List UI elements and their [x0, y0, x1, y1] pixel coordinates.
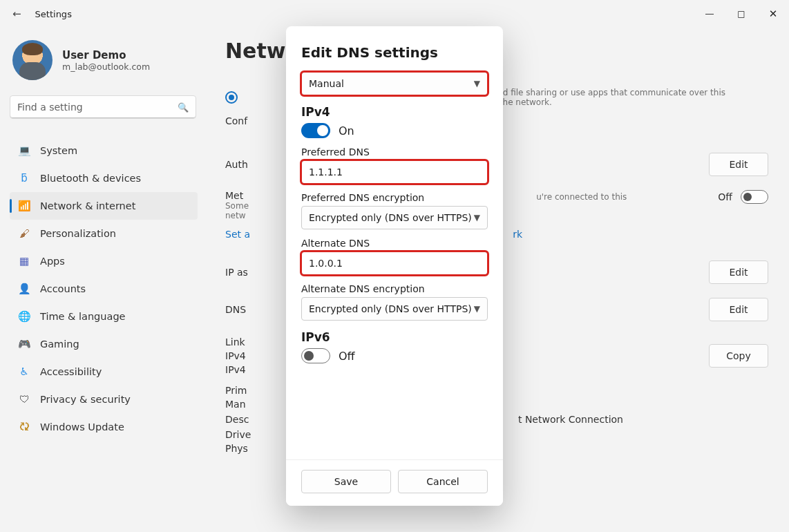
user-name: User Demo — [62, 49, 150, 61]
ip-label: IP as — [225, 267, 248, 278]
dialog-title: Edit DNS settings — [301, 44, 488, 61]
user-block[interactable]: User Demo m_lab@outlook.com — [12, 40, 195, 80]
ipv4-heading: IPv4 — [301, 105, 488, 119]
chevron-down-icon: ▼ — [474, 304, 480, 314]
sidebar-item-label: Apps — [40, 256, 65, 267]
alternate-dns-value: 1.0.0.1 — [309, 258, 343, 269]
ipv6-heading: IPv6 — [301, 330, 488, 344]
sidebar-item-network[interactable]: 📶Network & internet — [10, 192, 198, 220]
search-placeholder: Find a setting — [17, 102, 83, 113]
chevron-down-icon: ▼ — [474, 79, 480, 88]
description-value: t Network Connection — [518, 412, 623, 426]
dialog-footer: Save Cancel — [286, 459, 503, 506]
link-speed-label: Link — [225, 335, 246, 349]
profile-hint2: s on the network. — [479, 97, 768, 107]
edit-button-dns[interactable]: Edit — [709, 298, 768, 321]
paintbrush-icon: 🖌 — [18, 227, 30, 240]
edit-button-auth[interactable]: Edit — [709, 153, 768, 176]
sync-icon: 🗘 — [18, 421, 30, 433]
search-icon: 🔍 — [178, 102, 189, 113]
ipv4-label-b: IPv4 — [225, 363, 246, 377]
sidebar-item-bluetooth[interactable]: ƃBluetooth & devices — [10, 164, 198, 192]
close-button[interactable]: ✕ — [757, 2, 789, 26]
metered-label: Met — [225, 190, 249, 201]
dns-mode-select[interactable]: Manual ▼ — [301, 72, 488, 95]
preferred-enc-select[interactable]: Encrypted only (DNS over HTTPS) ▼ — [301, 206, 488, 229]
alternate-enc-label: Alternate DNS encryption — [301, 283, 488, 294]
ipv4-label-a: IPv4 — [225, 349, 246, 363]
preferred-enc-value: Encrypted only (DNS over HTTPS) — [309, 212, 472, 223]
accessibility-icon: ♿ — [18, 365, 30, 378]
off-label: Off — [718, 191, 732, 202]
copy-button[interactable]: Copy — [709, 344, 768, 368]
person-icon: 👤 — [18, 283, 30, 295]
metered-sub2: netw — [225, 211, 249, 220]
alternate-enc-select[interactable]: Encrypted only (DNS over HTTPS) ▼ — [301, 297, 488, 321]
auth-label: Auth — [225, 159, 248, 170]
chevron-down-icon: ▼ — [474, 213, 480, 222]
sidebar-item-accounts[interactable]: 👤Accounts — [10, 275, 198, 303]
metered-connected-hint: u're connected to this — [536, 192, 627, 202]
set-limit-link-right[interactable]: rk — [513, 229, 522, 240]
sidebar-item-label: Gaming — [40, 339, 79, 350]
wifi-icon: 📶 — [18, 200, 30, 212]
display-icon: 💻 — [18, 144, 30, 157]
titlebar: ← Settings ― □ ✕ — [0, 0, 789, 28]
edit-button-ip[interactable]: Edit — [709, 260, 768, 284]
window-title: Settings — [35, 9, 72, 19]
sidebar-item-label: Windows Update — [40, 421, 124, 433]
sidebar-item-label: Accessibility — [40, 366, 102, 377]
sidebar-item-privacy[interactable]: 🛡Privacy & security — [10, 386, 198, 413]
save-button[interactable]: Save — [301, 470, 391, 493]
alternate-dns-input[interactable]: 1.0.0.1 — [301, 251, 488, 275]
preferred-dns-value: 1.1.1.1 — [309, 167, 343, 178]
ipv4-toggle[interactable] — [301, 123, 330, 138]
cancel-button[interactable]: Cancel — [398, 470, 488, 493]
sidebar-item-label: Bluetooth & devices — [40, 173, 141, 184]
preferred-dns-label: Preferred DNS — [301, 146, 488, 158]
sidebar-item-label: Accounts — [40, 283, 86, 294]
sidebar-item-label: System — [40, 145, 77, 156]
preferred-dns-input[interactable]: 1.1.1.1 — [301, 160, 488, 184]
nav-list: 💻System ƃBluetooth & devices 📶Network & … — [10, 137, 198, 441]
globe-icon: 🌐 — [18, 310, 30, 323]
dns-label: DNS — [225, 304, 246, 315]
bluetooth-icon: ƃ — [18, 172, 30, 184]
sidebar-item-system[interactable]: 💻System — [10, 137, 198, 164]
metered-toggle[interactable] — [741, 190, 768, 204]
window-controls: ― □ ✕ — [694, 2, 789, 26]
dns-mode-value: Manual — [309, 78, 344, 89]
radio-icon[interactable] — [225, 91, 238, 104]
search-input[interactable]: Find a setting 🔍 — [10, 95, 196, 119]
maximize-button[interactable]: □ — [725, 2, 757, 26]
ipv6-toggle-label: Off — [339, 350, 355, 363]
sidebar-item-time[interactable]: 🌐Time & language — [10, 303, 198, 330]
alternate-enc-value: Encrypted only (DNS over HTTPS) — [309, 303, 472, 314]
minimize-button[interactable]: ― — [694, 2, 725, 26]
user-email: m_lab@outlook.com — [62, 61, 150, 72]
ipv6-toggle[interactable] — [301, 348, 330, 363]
description-label: Desc — [225, 412, 249, 426]
set-limit-link-left[interactable]: Set a — [225, 229, 250, 240]
sidebar-item-label: Time & language — [40, 311, 126, 322]
sidebar-item-accessibility[interactable]: ♿Accessibility — [10, 358, 198, 386]
sidebar-item-label: Network & internet — [40, 200, 135, 211]
back-icon[interactable]: ← — [8, 6, 26, 21]
avatar — [12, 40, 53, 80]
alternate-dns-label: Alternate DNS — [301, 238, 488, 249]
sidebar-item-label: Personalization — [40, 228, 116, 239]
shield-icon: 🛡 — [18, 393, 30, 406]
sidebar-item-personalization[interactable]: 🖌Personalization — [10, 220, 198, 247]
sidebar-item-label: Privacy & security — [40, 394, 131, 405]
gamepad-icon: 🎮 — [18, 338, 30, 350]
sidebar: User Demo m_lab@outlook.com Find a setti… — [0, 28, 207, 532]
sidebar-item-gaming[interactable]: 🎮Gaming — [10, 330, 198, 358]
preferred-enc-label: Preferred DNS encryption — [301, 192, 488, 203]
profile-hint: u need file sharing or use apps that com… — [479, 88, 768, 97]
metered-sub: Some — [225, 201, 249, 211]
edit-dns-dialog: Edit DNS settings Manual ▼ IPv4 On Prefe… — [286, 26, 503, 506]
sidebar-item-apps[interactable]: ▦Apps — [10, 247, 198, 275]
sidebar-item-update[interactable]: 🗘Windows Update — [10, 413, 198, 441]
apps-icon: ▦ — [18, 255, 30, 267]
ipv4-toggle-label: On — [339, 124, 354, 137]
